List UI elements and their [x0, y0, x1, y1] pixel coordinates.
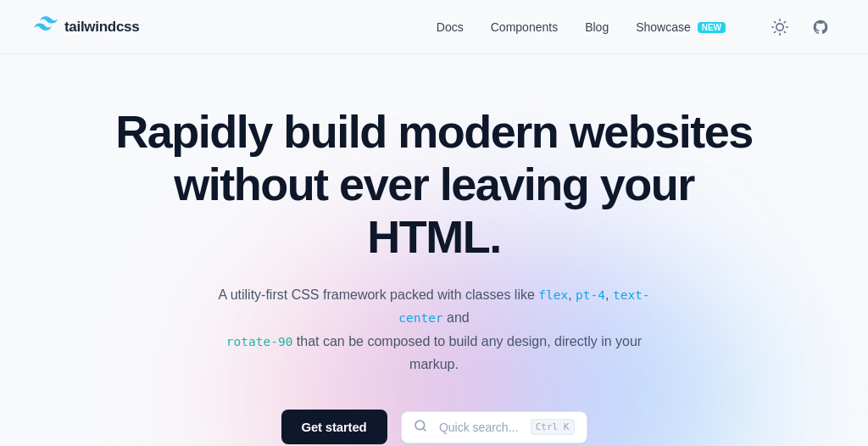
search-icon — [414, 419, 427, 436]
hero-subtitle: A utility-first CSS framework packed wit… — [214, 283, 654, 376]
cta-row: Get started Quick search... Ctrl K — [281, 410, 587, 444]
nav-docs[interactable]: Docs — [437, 20, 464, 34]
nav-icons — [766, 14, 834, 41]
hero-section: Rapidly build modern websites without ev… — [0, 54, 868, 446]
theme-toggle-button[interactable] — [766, 14, 793, 41]
code-rotate90: rotate-90 — [226, 335, 293, 348]
svg-line-4 — [784, 31, 785, 32]
svg-line-7 — [775, 31, 776, 32]
showcase-badge: New — [698, 22, 726, 33]
svg-line-8 — [784, 21, 785, 22]
github-link-button[interactable] — [807, 14, 834, 41]
site-header: tailwindcss Docs Components Blog Showcas… — [0, 0, 868, 54]
logo[interactable]: tailwindcss — [34, 16, 139, 38]
nav-showcase[interactable]: Showcase New — [636, 20, 726, 34]
svg-line-3 — [775, 21, 776, 22]
code-flex: flex — [538, 288, 568, 302]
logo-text: tailwindcss — [64, 19, 139, 36]
nav-blog[interactable]: Blog — [585, 20, 609, 34]
logo-icon — [34, 16, 58, 38]
quick-search-box[interactable]: Quick search... Ctrl K — [401, 411, 587, 443]
nav-components[interactable]: Components — [491, 20, 558, 34]
code-pt4: pt-4 — [576, 288, 605, 302]
search-placeholder-text: Quick search... — [434, 421, 524, 434]
get-started-button[interactable]: Get started — [281, 410, 387, 444]
svg-line-10 — [423, 428, 426, 431]
svg-point-0 — [776, 23, 783, 30]
keyboard-shortcut: Ctrl K — [531, 419, 575, 435]
main-nav: Docs Components Blog Showcase New — [437, 14, 834, 41]
hero-title: Rapidly build modern websites without ev… — [103, 105, 765, 263]
